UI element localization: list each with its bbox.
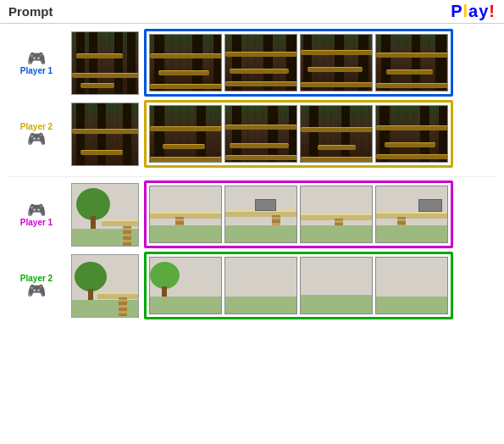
outdoor-player2-label-block: Player 2 🎮 bbox=[7, 274, 66, 298]
outdoor-player2-strip bbox=[144, 252, 453, 319]
scenario-forest: 🎮 Player 1 bbox=[7, 29, 497, 171]
forest-player2-strip bbox=[144, 100, 453, 168]
play-label: Play! bbox=[451, 2, 496, 21]
prompt-label: Prompt bbox=[8, 4, 53, 19]
controller-icon-3: 🎮 bbox=[27, 203, 46, 218]
forest-p1-thumb-4 bbox=[375, 34, 448, 92]
forest-p2-thumb-3 bbox=[300, 105, 373, 163]
main-content: 🎮 Player 1 bbox=[0, 24, 504, 328]
outdoor-player1-label: Player 1 bbox=[20, 218, 53, 227]
forest-p2-thumb-2 bbox=[224, 105, 297, 163]
outdoor-player1-row: 🎮 Player 1 bbox=[7, 180, 497, 248]
forest-player1-strip bbox=[144, 29, 453, 97]
forest-player1-ref-thumb bbox=[71, 31, 139, 95]
outdoor-p2-thumb-2 bbox=[224, 257, 297, 314]
forest-player2-ref-thumb bbox=[71, 103, 139, 166]
outdoor-player1-ref-thumb bbox=[71, 183, 139, 247]
controller-icon-4: 🎮 bbox=[27, 283, 46, 298]
forest-p2-thumb-4 bbox=[375, 105, 448, 163]
forest-p2-thumb-1 bbox=[149, 105, 222, 163]
forest-player2-row: Player 2 🎮 bbox=[7, 100, 497, 168]
outdoor-player2-row: Player 2 🎮 bbox=[7, 252, 497, 319]
outdoor-p2-thumb-1 bbox=[149, 257, 222, 314]
outdoor-player1-label-block: 🎮 Player 1 bbox=[7, 203, 66, 227]
header: Prompt Play! bbox=[0, 0, 504, 24]
outdoor-p2-thumb-3 bbox=[300, 257, 373, 314]
outdoor-p1-thumb-4 bbox=[375, 186, 448, 243]
forest-p1-thumb-3 bbox=[300, 34, 373, 92]
outdoor-player1-strip bbox=[144, 180, 453, 248]
controller-icon-2: 🎮 bbox=[27, 131, 46, 147]
outdoor-player2-label: Player 2 bbox=[20, 274, 53, 283]
outdoor-p1-thumb-1 bbox=[149, 186, 222, 243]
forest-player2-label-block: Player 2 🎮 bbox=[7, 122, 66, 147]
scenario-outdoor: 🎮 Player 1 bbox=[7, 176, 497, 323]
outdoor-p1-thumb-3 bbox=[300, 186, 373, 243]
forest-player1-row: 🎮 Player 1 bbox=[7, 29, 497, 97]
forest-player1-label-block: 🎮 Player 1 bbox=[7, 51, 66, 75]
forest-player2-label: Player 2 bbox=[20, 122, 53, 131]
forest-player1-label: Player 1 bbox=[20, 66, 53, 75]
outdoor-player2-ref-thumb bbox=[71, 254, 139, 318]
forest-p1-thumb-1 bbox=[149, 34, 222, 92]
outdoor-p2-thumb-4 bbox=[375, 257, 448, 314]
forest-p1-thumb-2 bbox=[224, 34, 297, 92]
controller-icon: 🎮 bbox=[27, 51, 46, 66]
outdoor-p1-thumb-2 bbox=[224, 186, 297, 243]
